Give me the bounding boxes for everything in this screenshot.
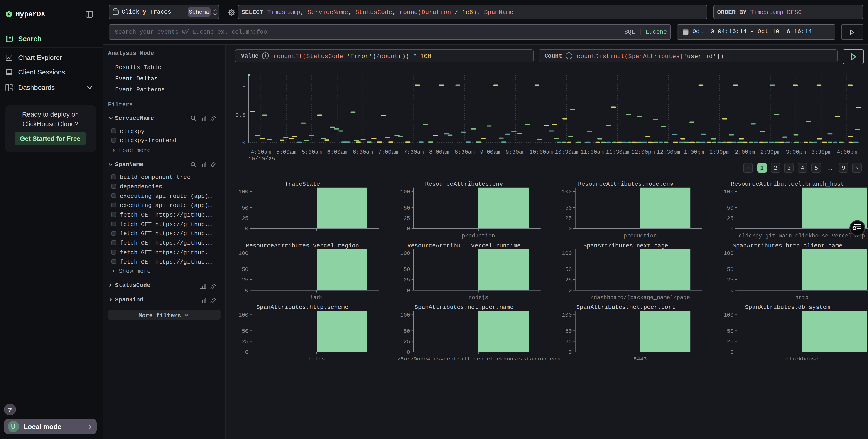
svg-text:ResourceAttribu...vercel.runti: ResourceAttribu...vercel.runtime xyxy=(407,242,521,249)
svg-text:10:00am: 10:00am xyxy=(529,149,553,155)
svg-text:100: 100 xyxy=(400,312,410,318)
svg-text:100: 100 xyxy=(723,251,734,257)
svg-text:https: https xyxy=(308,356,325,359)
svg-text:SpanAttributes.next.page: SpanAttributes.next.page xyxy=(583,242,668,249)
svg-text:25: 25 xyxy=(242,339,248,345)
svg-text:0: 0 xyxy=(568,226,572,232)
svg-text:2:30pm: 2:30pm xyxy=(760,149,780,155)
svg-text:SpanAttributes.http.client.nam: SpanAttributes.http.client.name xyxy=(733,242,842,249)
svg-text:/dashboard/[package_name]/page: /dashboard/[package_name]/page xyxy=(590,295,690,301)
svg-text:nodejs: nodejs xyxy=(468,295,489,301)
svg-text:TraceState: TraceState xyxy=(285,181,320,187)
svg-text:100: 100 xyxy=(400,251,410,257)
svg-text:1: 1 xyxy=(242,82,245,89)
svg-text:http: http xyxy=(795,295,809,301)
svg-text:clickpy-git-main-clickhouse.ve: clickpy-git-main-clickhouse.vercel.app xyxy=(739,233,865,239)
svg-text:SpanAttributes.net.peer.port: SpanAttributes.net.peer.port xyxy=(576,304,675,311)
svg-text:0: 0 xyxy=(242,140,245,146)
svg-text:9:00am: 9:00am xyxy=(480,149,500,155)
svg-text:25: 25 xyxy=(565,215,572,222)
svg-text:100: 100 xyxy=(239,312,248,318)
svg-text:25: 25 xyxy=(727,339,734,345)
svg-text:clickhouse: clickhouse xyxy=(785,356,818,359)
svg-text:7:30am: 7:30am xyxy=(404,149,424,155)
svg-text:0: 0 xyxy=(245,349,248,355)
svg-text:12:00pm: 12:00pm xyxy=(631,149,654,155)
svg-text:11:30am: 11:30am xyxy=(606,149,629,155)
svg-text:100: 100 xyxy=(562,189,572,195)
svg-text:SpanAttributes.http.scheme: SpanAttributes.http.scheme xyxy=(256,304,348,311)
svg-text:3:30pm: 3:30pm xyxy=(811,149,832,155)
svg-text:production: production xyxy=(623,233,656,239)
svg-text:0: 0 xyxy=(407,226,410,232)
svg-text:2:00pm: 2:00pm xyxy=(735,149,755,155)
svg-text:8:30am: 8:30am xyxy=(455,149,475,155)
svg-text:ResourceAttributes.node.env: ResourceAttributes.node.env xyxy=(578,181,674,187)
svg-text:10:30am: 10:30am xyxy=(555,149,578,155)
svg-text:25: 25 xyxy=(565,339,572,345)
svg-text:50: 50 xyxy=(565,205,572,211)
svg-text:50: 50 xyxy=(242,266,248,273)
svg-text:100: 100 xyxy=(562,251,572,257)
svg-text:100: 100 xyxy=(400,189,410,195)
svg-text:7:00am: 7:00am xyxy=(378,149,398,155)
svg-text:0: 0 xyxy=(245,288,248,294)
svg-text:1:30pm: 1:30pm xyxy=(709,149,730,155)
svg-text:11:00am: 11:00am xyxy=(580,149,604,155)
svg-text:50: 50 xyxy=(404,205,410,211)
svg-text:50: 50 xyxy=(404,266,410,273)
svg-text:25: 25 xyxy=(404,277,410,283)
svg-text:0: 0 xyxy=(407,288,410,294)
svg-text:4:30am: 4:30am xyxy=(251,149,271,155)
svg-text:100: 100 xyxy=(562,312,572,318)
svg-text:0: 0 xyxy=(568,288,572,294)
svg-text:25: 25 xyxy=(242,215,248,222)
svg-text:SpanAttributes.db.system: SpanAttributes.db.system xyxy=(745,304,830,311)
svg-text:ResourceAttributes.env: ResourceAttributes.env xyxy=(425,181,503,187)
svg-text:1:00pm: 1:00pm xyxy=(684,149,704,155)
svg-text:50: 50 xyxy=(727,266,734,273)
svg-text:100: 100 xyxy=(723,189,734,195)
svg-text:25: 25 xyxy=(242,277,248,283)
svg-text:50: 50 xyxy=(727,328,734,334)
svg-text:production: production xyxy=(462,233,495,239)
svg-text:50: 50 xyxy=(565,328,572,334)
svg-text:50: 50 xyxy=(565,266,572,273)
svg-text:25: 25 xyxy=(404,339,410,345)
svg-text:6:30am: 6:30am xyxy=(353,149,373,155)
svg-text:8:00am: 8:00am xyxy=(429,149,449,155)
svg-text:SpanAttributes.net.peer.name: SpanAttributes.net.peer.name xyxy=(414,304,514,311)
svg-text:5:30am: 5:30am xyxy=(302,149,322,155)
svg-text:100: 100 xyxy=(723,312,734,318)
svg-text:ResourceAttributes.vercel.regi: ResourceAttributes.vercel.region xyxy=(246,242,359,249)
svg-text:50: 50 xyxy=(242,328,248,334)
svg-text:0: 0 xyxy=(568,349,572,355)
svg-text:0: 0 xyxy=(730,226,734,232)
svg-text:5:00am: 5:00am xyxy=(276,149,297,155)
svg-text:50: 50 xyxy=(727,205,734,211)
svg-text:0: 0 xyxy=(245,226,248,232)
svg-text:0: 0 xyxy=(730,288,734,294)
svg-text:0: 0 xyxy=(407,349,410,355)
svg-text:100: 100 xyxy=(239,189,248,195)
svg-text:4:00pm: 4:00pm xyxy=(837,149,857,155)
svg-text:50: 50 xyxy=(404,328,410,334)
svg-text:0.5: 0.5 xyxy=(236,112,245,118)
svg-text:0: 0 xyxy=(730,349,734,355)
svg-text:25: 25 xyxy=(404,215,410,222)
svg-text:8443: 8443 xyxy=(633,356,647,359)
svg-text:50: 50 xyxy=(242,205,248,211)
svg-text:9:30am: 9:30am xyxy=(505,149,526,155)
svg-text:25: 25 xyxy=(727,277,734,283)
svg-text:z5prz9ggc4.us-central1.gcp.cli: z5prz9ggc4.us-central1.gcp.clickhouse-st… xyxy=(397,356,560,359)
svg-text:ResourceAttribu..cel.branch_ho: ResourceAttribu..cel.branch_host xyxy=(731,181,844,187)
svg-text:25: 25 xyxy=(565,277,572,283)
svg-text:10/10/25: 10/10/25 xyxy=(248,156,275,162)
svg-text:25: 25 xyxy=(727,215,734,222)
svg-text:3:00pm: 3:00pm xyxy=(786,149,806,155)
svg-text:100: 100 xyxy=(239,251,248,257)
svg-text:6:00am: 6:00am xyxy=(327,149,347,155)
svg-text:12:30pm: 12:30pm xyxy=(657,149,680,155)
svg-text:iad1: iad1 xyxy=(310,295,323,301)
